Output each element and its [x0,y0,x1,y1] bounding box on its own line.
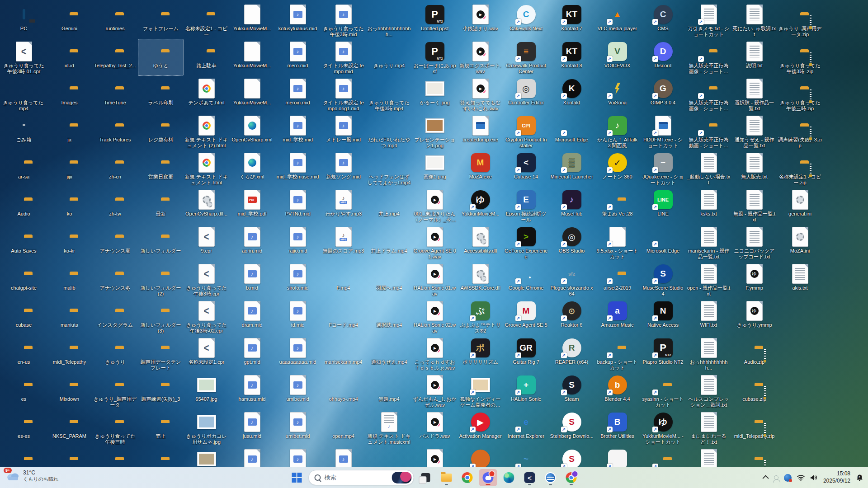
desktop-icon-id-id[interactable]: id-id [47,39,92,76]
taskbar-weather-widget[interactable]: 9+ 31°C くもりのち晴れ [3,469,62,483]
desktop-icon-internet-explorer[interactable]: e↗Internet Explorer [503,409,549,446]
desktop-icon-moza-exe[interactable]: MMoZA.exe [458,150,503,187]
start-button[interactable] [288,469,306,486]
desktop-icon-open-mp4[interactable]: open.mp4 [321,409,366,446]
desktop-icon-fx-mp4[interactable]: だれだFXいれたやつ.mp4 [366,113,412,150]
desktop-icon-reaktor-6[interactable]: ⊙↗Reaktor 6 [549,298,594,335]
desktop-icon-musehub[interactable]: ♪↗MuseHub [549,187,594,224]
desktop-icon-jpg[interactable]: きゅうりボカコレ用サムネ.jpg [184,409,229,446]
desktop-icon-hhhhhhhhhhhhh[interactable]: おっhhhhhhhhhhhhh... [366,2,412,39]
desktop-icon-obs-studio[interactable]: ◎↗OBS Studio [549,224,594,261]
desktop-icon-awssdk-core-dll[interactable]: AWSSDK.Core.dll [458,261,503,298]
desktop-icon-txt[interactable]: 通知うぜえ - 親作品一覧.txt [731,113,777,150]
desktop-icon-t-mp4[interactable]: ヘッドフォンはずしててよかっt.mp4 [366,150,412,187]
desktop-icon-malib[interactable]: malib [47,261,92,298]
desktop-icon-3-zip[interactable]: 調声練習(失敗)_3.zip [777,113,823,150]
desktop-icon-pvtnd-mid[interactable]: ♪PVTNd.mid [275,187,321,224]
taskbar-app-task-view-icon[interactable] [417,469,435,486]
desktop-icon-txt[interactable]: ↗万引きメモ.txt - ショートカット [686,2,731,39]
desktop-icon-minecraft-launcher[interactable]: ▒↗Minecraft Launcher [549,150,594,187]
desktop-icon-umibe-mid[interactable]: ♪umibe.mid [275,372,321,409]
desktop-icon-wifi-txt[interactable]: WIFI.txt [686,298,731,335]
desktop-icon-groove-agent-se-5[interactable]: M↗Groove Agent SE 5 [503,298,549,335]
notification-bell-dnd-icon[interactable]: zz [856,474,863,482]
desktop-icon-mid-muse-mid[interactable]: ♪mid_学校muse.mid [275,150,321,187]
desktop-icon-epson[interactable]: E↗Epson 接続診断ツール [503,187,549,224]
desktop-icon-es-es[interactable]: es-es [1,409,47,446]
desktop-icon-1-png[interactable]: 画像1.png [412,150,458,187]
desktop-icon-jquake-exe[interactable]: ~↗JQuake.exe - ショートカット [640,150,686,187]
desktop-icon-item[interactable]: きゅうり [92,335,138,372]
desktop-icon-1-cpr[interactable]: <名称未設定1.cpr [184,335,229,372]
desktop-icon-halion-sonic-02-wav[interactable]: HALion Sonic 02.wav [412,298,458,335]
desktop-icon-tempo-orig1-mid[interactable]: ♪タイトル未設定.tempo.orig1.mid [321,76,366,113]
desktop-icon-html[interactable]: 新規 テキスト ドキュメント.html [184,150,229,187]
desktop-icon-discord[interactable]: D↗Discord [640,39,686,76]
desktop-icon-item[interactable]: ↗無人販売不正行為画像 - ショートカッ... [686,39,731,76]
desktop-icon-mp4[interactable]: 選択肢.mp4 [366,298,412,335]
desktop-icon-es[interactable]: es [1,372,47,409]
desktop-icon-mixdown[interactable]: Mixdown [47,372,92,409]
desktop-icon-item[interactable]: フォトフレーム [138,2,184,39]
desktop-icon-aitalk-3[interactable]: ♪↗かんたん！ AITalk 3 関西風 [594,113,640,150]
search-daily-image[interactable] [392,472,412,483]
desktop-icon-kontakt-8[interactable]: KT↗Kontakt 8 [549,39,594,76]
desktop-icon-midi-telepathy-zip[interactable]: midi_Telepathy.zip [731,409,777,446]
desktop-icon-track-pictures[interactable]: Track Pictures [92,113,138,150]
desktop-icon-mp4[interactable]: 無題.mp4 [366,372,412,409]
desktop-icon-steinberg-downlo[interactable]: S↗Steinberg Downlo... [549,409,594,446]
desktop-icon-cakewalk-next[interactable]: C↗Cakewalk Next [503,2,549,39]
desktop-icon-item[interactable]: アナウンス冬 [92,261,138,298]
desktop-icon-cubase-zip[interactable]: cubase.zip [731,372,777,409]
desktop-icon-native-access[interactable]: N↗Native Access [640,298,686,335]
desktop-icon-wav[interactable]: こってゅｈｄすおｆｄｓｂふぉ.wav [412,335,458,372]
desktop-icon-vlc-media-player[interactable]: ▲↗VLC media player [594,2,640,39]
desktop-icon-item[interactable]: ポ↗ポリリリリズム [458,335,503,372]
desktop-icon-item[interactable]: ↗無人販売不正行為動画 - ショートカット [686,113,731,150]
desktop-icon-untitled-ppsf[interactable]: PNT2Untitled.ppsf [412,2,458,39]
desktop-icon-1-png[interactable]: プレゼンテーション1.png [412,113,458,150]
desktop-icon-kotusytuaaus-mid[interactable]: ♪kotusytuaaus.mid [275,2,321,39]
desktop-icon-3-01-cpr[interactable]: <きゅうり食ってた午後3時-01.cpr [1,39,47,76]
desktop-icon-manisekarin-txt[interactable]: manisekarin - 親作品一覧.txt [686,224,731,261]
desktop-icon-mp4[interactable]: きゅうり食ってた.mp4 [1,76,47,113]
desktop-icon-txt[interactable]: まにまにわーるど！.txt [686,409,731,446]
desktop-icon-item[interactable]: レジ袋有料 [138,113,184,150]
desktop-icon-plogue-sforzando-x64[interactable]: sfz↗Plogue sforzando x64 [549,261,594,298]
desktop-icon-gemini[interactable]: Gemini [47,2,92,39]
desktop-icon-wav[interactable]: ずんだもん_しおかぜふ.wav [412,372,458,409]
desktop-icon-createdump-exe[interactable]: createdump.exe [458,113,503,150]
desktop-icon-general-ini[interactable]: general.ini [777,187,823,224]
desktop-icon-images[interactable]: Images [47,76,92,113]
desktop-icon-item[interactable]: 路上駐車 [184,39,229,76]
desktop-icon-open-txt[interactable]: open - 親作品一覧.txt [686,261,731,298]
desktop-icon-crypton-product-installer[interactable]: CPI↗Crypton Product Installer [503,113,549,150]
desktop-icon-txt[interactable]: 選択肢 - 親作品一覧.txt [731,76,777,113]
desktop-icon-mero-mid[interactable]: ♪mero.mid [275,39,321,76]
desktop-icon-manisekarin-mp4[interactable]: manisekarin.mp4 [321,335,366,372]
desktop-icon-chatgpt-site[interactable]: chatgpt-site [1,261,47,298]
desktop-icon-cakewalk-product-center[interactable]: ≡↗Cakewalk Product Center [503,39,549,76]
desktop-icon-txt[interactable]: ニコニコバックアップコード.txt [731,224,777,261]
desktop-icon-brother-utilities[interactable]: B↗Brother Utilities [594,409,640,446]
desktop-icon-yukkurimoviem[interactable]: YukkuriMovieM... [229,76,275,113]
desktop-icon-txt[interactable]: 無題 - 親作品一覧.txt [731,187,777,224]
desktop-icon-rajio-mid[interactable]: ♪rajio.mid [275,224,321,261]
desktop-icon-item[interactable]: ゆうと [138,39,184,76]
desktop-icon-nksc-param[interactable]: NKSC_PARAM [47,409,92,446]
desktop-icon-gimp-3-0-4[interactable]: G↗GIMP 3.0.4 [640,76,686,113]
desktop-icon-mid[interactable]: ♪新規ソング.mid [321,150,366,187]
desktop-icon-groove-agent-se-01-wav[interactable]: Groove Agent SE 01.wav [412,224,458,261]
desktop-icon-1[interactable]: 名称未設定1 - コピー [184,2,229,39]
taskbar-app-edge-icon[interactable] [500,469,518,486]
desktop-icon-blender-4-4[interactable]: b↗Blender 4.4 [594,372,640,409]
desktop-icon-txt[interactable]: ヘルスコンプレッション＿歌詞.txt [686,372,731,409]
desktop-icon-item[interactable]: 売上 [138,409,184,446]
tray-cloud-sync-icon[interactable] [784,474,792,482]
desktop-icon-f-mp4[interactable]: Fコード.mp4 [321,298,366,335]
volume-icon[interactable] [810,474,818,481]
desktop-icon-ver-28[interactable]: ↗筆まめ Ver.28 [594,187,640,224]
desktop-icon-mp4[interactable]: 通知うぜえ.mp4 [366,335,412,372]
desktop-icon-auto-saves[interactable]: Auto Saves [1,224,47,261]
desktop-icon-meroin-mid[interactable]: ♪meroin.mid [275,76,321,113]
